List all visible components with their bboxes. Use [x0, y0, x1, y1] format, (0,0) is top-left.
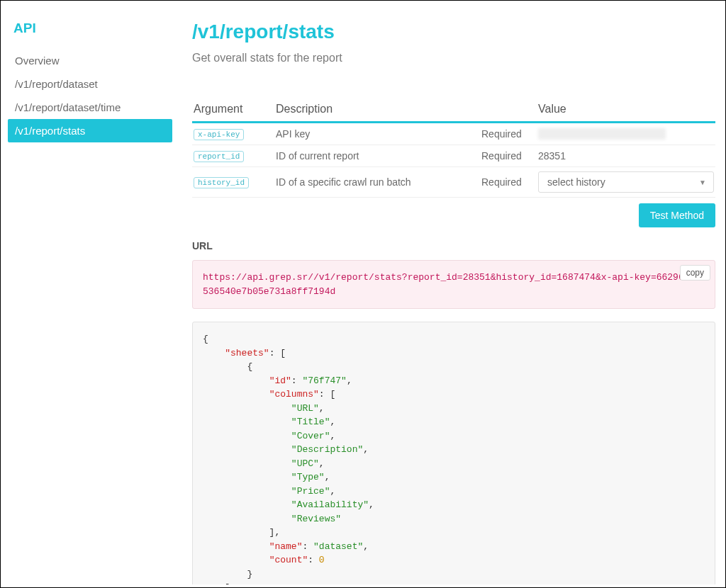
arg-desc: API key [276, 128, 481, 140]
arg-desc: ID of a specific crawl run batch [276, 176, 481, 188]
sidebar-item-dataset[interactable]: /v1/report/dataset [8, 72, 172, 96]
url-box: copy https://api.grep.sr//v1/report/stat… [192, 260, 715, 309]
arg-value [538, 128, 714, 140]
json-response-box: { "sheets": [ { "id": "76f747", "columns… [192, 322, 715, 584]
header-argument: Argument [194, 103, 276, 115]
table-row: history_id ID of a specific crawl run ba… [192, 167, 715, 198]
test-button-row: Test Method [192, 203, 715, 227]
sidebar-item-stats[interactable]: /v1/report/stats [8, 119, 172, 142]
page-description: Get overall stats for the report [192, 52, 715, 64]
arg-required: Required [481, 128, 538, 140]
arg-required: Required [481, 176, 538, 188]
arg-tag-report-id: report_id [194, 151, 244, 162]
header-description: Description [276, 103, 481, 115]
table-row: report_id ID of current report Required … [192, 145, 715, 167]
app-frame: API Overview /v1/report/dataset /v1/repo… [0, 0, 726, 588]
history-select[interactable]: select history ▼ [538, 171, 714, 193]
table-row: x-api-key API key Required [192, 123, 715, 145]
arg-value-report-id: 28351 [538, 150, 714, 162]
api-key-redacted [538, 128, 666, 140]
test-method-button[interactable]: Test Method [639, 203, 715, 227]
url-label: URL [192, 240, 715, 251]
sidebar-item-overview[interactable]: Overview [8, 49, 172, 72]
arg-tag-history-id: history_id [194, 177, 249, 188]
sidebar: API Overview /v1/report/dataset /v1/repo… [4, 4, 177, 584]
sidebar-title: API [8, 21, 172, 49]
arguments-header-row: Argument Description Value [192, 97, 715, 123]
arg-tag-x-api-key: x-api-key [194, 129, 244, 140]
page-title: /v1/report/stats [192, 21, 715, 43]
chevron-down-icon: ▼ [699, 179, 706, 186]
copy-button[interactable]: copy [680, 265, 710, 281]
arg-desc: ID of current report [276, 150, 481, 162]
sidebar-item-dataset-time[interactable]: /v1/report/dataset/time [8, 96, 172, 119]
arg-required: Required [481, 150, 538, 162]
main-panel: /v1/report/stats Get overall stats for t… [177, 4, 722, 584]
history-select-value: select history [547, 176, 605, 188]
header-value: Value [538, 103, 714, 115]
url-text: https://api.grep.sr//v1/report/stats?rep… [203, 272, 700, 297]
